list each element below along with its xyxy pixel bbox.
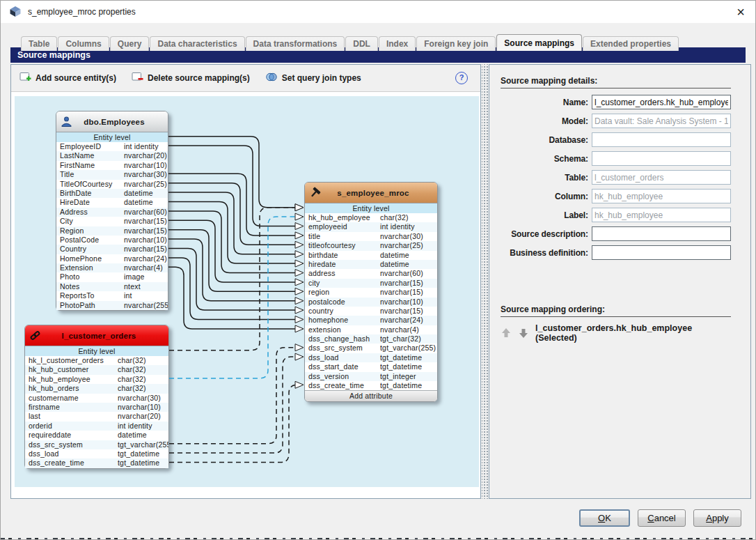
entity-title: l_customer_orders — [43, 332, 164, 340]
column-row-country[interactable]: countrynvarchar(15) — [305, 307, 437, 316]
column-row-last[interactable]: lastnvarchar(20) — [25, 412, 168, 421]
tab-source-mappings[interactable]: Source mappings — [496, 34, 582, 51]
column-name: Notes — [56, 282, 124, 291]
tab-ddl[interactable]: DDL — [345, 36, 378, 51]
column-row-homephone[interactable]: HomePhonenvarchar(24) — [56, 254, 168, 263]
add-source-entity-button[interactable]: Add source entity(s) — [19, 72, 116, 84]
column-row-extension[interactable]: Extensionnvarchar(4) — [56, 263, 168, 272]
column-row-firstname[interactable]: firstnamenvarchar(10) — [25, 403, 168, 412]
form-row-table: Table: — [501, 170, 731, 185]
tab-index[interactable]: Index — [379, 36, 416, 51]
column-row-region[interactable]: Regionnvarchar(15) — [56, 226, 168, 236]
column-row-region[interactable]: regionnvarchar(15) — [305, 288, 437, 297]
column-row-titleofcourtesy[interactable]: TitleOfCourtesynvarchar(25) — [56, 180, 168, 189]
column-row-dss-load[interactable]: dss_loadtgt_datetime — [305, 353, 437, 362]
entity-s-employee-mroc[interactable]: s_employee_mroc Entity levelhk_hub_emplo… — [304, 182, 438, 402]
column-row-city[interactable]: Citynvarchar(15) — [56, 217, 168, 226]
column-row-postalcode[interactable]: PostalCodenvarchar(10) — [56, 236, 168, 245]
column-row-dss-load[interactable]: dss_loadtgt_datetime — [25, 449, 168, 458]
set-query-join-types-button[interactable]: Set query join types — [265, 72, 361, 84]
up-arrow-icon[interactable] — [501, 327, 512, 339]
panel-splitter[interactable] — [482, 64, 488, 499]
delete-source-mapping-button[interactable]: Delete source mapping(s) — [132, 72, 250, 84]
column-type: char(32) — [380, 213, 409, 222]
mapping-line-solid — [168, 211, 295, 273]
tab-data-transformations[interactable]: Data transformations — [246, 36, 345, 51]
column-row-hk-hub-employee[interactable]: hk_hub_employeechar(32) — [25, 375, 168, 384]
column-row-requireddate[interactable]: requireddatedatetime — [25, 431, 168, 440]
column-row-notes[interactable]: Notesntext — [56, 282, 168, 291]
column-row-homephone[interactable]: homephonenvarchar(24) — [305, 316, 437, 325]
source-description-field[interactable] — [592, 226, 731, 241]
database-field[interactable] — [592, 132, 731, 147]
column-row-hk-hub-employee[interactable]: hk_hub_employeechar(32) — [305, 213, 437, 222]
column-row-reportsto[interactable]: ReportsToint — [56, 291, 168, 300]
column-row-address[interactable]: addressnvarchar(60) — [305, 269, 437, 278]
entity-header[interactable]: dbo.Employees — [56, 111, 168, 132]
schema-field[interactable] — [592, 151, 731, 166]
field-label: Business definition: — [501, 248, 592, 258]
column-row-orderid[interactable]: orderidint identity — [25, 422, 168, 431]
down-arrow-icon[interactable] — [518, 327, 529, 339]
column-row-dss-version[interactable]: dss_versiontgt_integer — [305, 372, 437, 381]
tab-columns[interactable]: Columns — [58, 36, 109, 51]
column-row-country[interactable]: Countrynvarchar(15) — [56, 245, 168, 254]
column-row-hiredate[interactable]: hiredatedatetime — [305, 260, 437, 269]
entity-header[interactable]: s_employee_mroc — [305, 183, 437, 203]
field-label: Name: — [501, 98, 592, 107]
column-row-hiredate[interactable]: HireDatedatetime — [56, 198, 168, 207]
add-attribute-button[interactable]: Add attribute — [305, 390, 437, 401]
column-type: nvarchar(30) — [124, 170, 167, 179]
column-row-birthdate[interactable]: birthdatedatetime — [305, 251, 437, 260]
help-icon[interactable]: ? — [455, 72, 468, 84]
column-row-birthdate[interactable]: BirthDatedatetime — [56, 189, 168, 198]
entity-l-customer-orders[interactable]: l_customer_orders Entity levelhk_l_custo… — [24, 325, 169, 469]
column-row-dss-create-time[interactable]: dss_create_timetgt_datetime — [25, 458, 168, 468]
ok-button[interactable]: OK — [579, 509, 630, 527]
entity-title: dbo.Employees — [74, 118, 164, 126]
column-row-hk-hub-orders[interactable]: hk_hub_orderschar(32) — [25, 384, 168, 393]
column-row-extension[interactable]: extensionnvarchar(4) — [305, 325, 437, 334]
column-row-lastname[interactable]: LastNamenvarchar(20) — [56, 151, 168, 160]
column-row-firstname[interactable]: FirstNamenvarchar(10) — [56, 161, 168, 170]
entity-header[interactable]: l_customer_orders — [25, 325, 168, 346]
business-definition-field[interactable] — [592, 245, 731, 260]
column-row-city[interactable]: citynvarchar(15) — [305, 279, 437, 288]
column-row-customername[interactable]: customernamenvarchar(30) — [25, 394, 168, 403]
apply-button[interactable]: Apply — [693, 509, 741, 527]
column-name: hk_hub_customer — [25, 365, 118, 374]
tab-table[interactable]: Table — [21, 36, 57, 51]
tab-extended-properties[interactable]: Extended properties — [583, 36, 679, 51]
tab-query[interactable]: Query — [110, 36, 150, 51]
column-row-dss-change-hash[interactable]: dss_change_hashtgt_char(32) — [305, 334, 437, 344]
name-field[interactable] — [592, 95, 731, 109]
column-row-employeeid[interactable]: employeeidint identity — [305, 222, 437, 231]
tab-data-characteristics[interactable]: Data characteristics — [150, 36, 244, 51]
column-row-dss-start-date[interactable]: dss_start_datetgt_datetime — [305, 362, 437, 371]
column-row-photopath[interactable]: PhotoPathnvarchar(255) — [56, 301, 168, 310]
tab-foreign-key-join[interactable]: Foreign key join — [416, 36, 496, 51]
close-icon[interactable]: × — [734, 6, 748, 18]
column-row-dss-create-time[interactable]: dss_create_timetgt_datetime — [305, 381, 437, 390]
column-row-postalcode[interactable]: postalcodenvarchar(10) — [305, 298, 437, 307]
column-row-employeeid[interactable]: EmployeeIDint identity — [56, 142, 168, 151]
column-row-dss-src-system[interactable]: dss_src_systemtgt_varchar(255) — [25, 440, 168, 449]
column-row-address[interactable]: Addressnvarchar(60) — [56, 208, 168, 217]
column-row-title[interactable]: titlenvarchar(30) — [305, 232, 437, 241]
column-name: dss_src_system — [305, 344, 380, 353]
mapping-line-solid — [168, 173, 295, 236]
column-row-title[interactable]: Titlenvarchar(30) — [56, 170, 168, 179]
entity-level-row[interactable]: Entity level — [305, 203, 437, 213]
entity-employees[interactable]: dbo.Employees Entity levelEmployeeIDint … — [56, 111, 168, 311]
cancel-button[interactable]: Cancel — [638, 509, 686, 527]
entity-level-row[interactable]: Entity level — [25, 346, 168, 356]
column-type: nvarchar(25) — [380, 241, 423, 250]
diagram-canvas[interactable]: dbo.Employees Entity levelEmployeeIDint … — [15, 96, 479, 487]
ordering-item[interactable]: l_customer_orders.hk_hub_employee (Selec… — [535, 323, 731, 343]
column-row-photo[interactable]: Photoimage — [56, 272, 168, 281]
column-row-dss-src-system[interactable]: dss_src_systemtgt_varchar(255) — [305, 344, 437, 353]
column-row-hk-l-customer-orders[interactable]: hk_l_customer_orderschar(32) — [25, 356, 168, 365]
column-row-hk-hub-customer[interactable]: hk_hub_customerchar(32) — [25, 365, 168, 374]
entity-level-row[interactable]: Entity level — [56, 132, 168, 142]
column-row-titleofcourtesy[interactable]: titleofcourtesynvarchar(25) — [305, 241, 437, 250]
